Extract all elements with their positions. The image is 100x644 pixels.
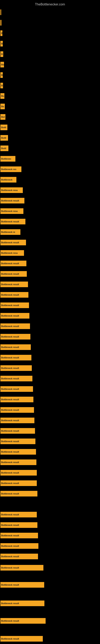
bar-row: Bottleneck result: [0, 196, 100, 206]
bar-row: Bottleneck: [0, 174, 100, 185]
bar-row: Bottleneck result: [0, 394, 100, 405]
bar-label-46: Bottleneck result: [1, 492, 19, 495]
site-title: TheBottlenecker.com: [0, 1, 100, 8]
bar-row: Bottleneck result: [0, 363, 100, 373]
bar-51: Bottleneck result: [0, 554, 38, 559]
bar-row: Bottleneck result: [0, 269, 100, 279]
bar-label-34: Bottleneck result: [1, 367, 19, 369]
bar-row: Bottleneck result: [0, 216, 100, 227]
bar-label-17: Bottleneck resu: [1, 189, 18, 192]
bar-label-56: Bottleneck result: [1, 638, 19, 640]
bar-54: Bottleneck result: [0, 600, 44, 606]
bar-33: Bottleneck result: [0, 355, 31, 360]
bar-label-39: Bottleneck result: [1, 419, 19, 422]
bar-label-51: Bottleneck result: [1, 555, 19, 558]
bar-label-27: Bottleneck result: [1, 294, 19, 296]
bar-row: B: [0, 70, 100, 80]
bar-row: Bottleneck result: [0, 342, 100, 352]
bar-12: Bottl: [0, 135, 8, 141]
bar-row: Bottleneck result: [0, 310, 100, 321]
bar-row: Bottleneck result: [0, 321, 100, 332]
bar-label-23: Bottleneck resu: [1, 252, 18, 254]
bar-label-54: Bottleneck result: [1, 602, 19, 604]
bar-label-44: Bottleneck result: [1, 472, 19, 474]
bar-label-24: Bottleneck result: [1, 262, 19, 265]
bar-label-50: Bottleneck result: [1, 545, 19, 547]
bar-label-31: Bottleneck result: [1, 336, 19, 338]
bar-row: Bottleneck result: [0, 478, 100, 488]
bar-row: Bottleneck result: [0, 509, 100, 520]
bar-label-42: Bottleneck result: [1, 450, 19, 453]
bar-row: Bottleneck result: [0, 551, 100, 562]
bar-row: B: [0, 49, 100, 59]
bar-row: Bottleneck result: [0, 530, 100, 541]
bar-label-18: Bottleneck result: [1, 200, 19, 202]
bar-label-5: Bo: [1, 64, 4, 66]
bar-label-35: Bottleneck result: [1, 377, 19, 380]
bar-5: Bo: [0, 62, 4, 68]
bar-8: Bo: [0, 93, 4, 99]
bar-label-14: Bottlenec: [1, 158, 11, 160]
bar-label-29: Bottleneck result: [1, 314, 19, 317]
bar-11: Bottl: [0, 124, 7, 130]
bar-label-2: B: [1, 32, 2, 34]
bar-label-20: Bottleneck result: [1, 220, 19, 223]
bar-18: Bottleneck result: [0, 198, 24, 204]
bar-row: Bottleneck result: [0, 405, 100, 415]
bar-2: B: [0, 30, 2, 36]
bar-row: Bottleneck resu: [0, 185, 100, 196]
bar-row: Bottleneck result: [0, 258, 100, 269]
bar-42: Bottleneck result: [0, 449, 36, 454]
bar-row: Bot: [0, 112, 100, 122]
bar-row: [0, 7, 100, 18]
bar-label-6: B: [1, 74, 3, 76]
bar-22: Bottleneck result: [0, 240, 26, 245]
bar-label-40: Bottleneck result: [1, 430, 19, 432]
bar-row: Bottleneck result: [0, 541, 100, 551]
bar-14: Bottlenec: [0, 156, 15, 162]
bar-label-22: Bottleneck result: [1, 241, 19, 244]
bar-label-8: Bo: [1, 95, 4, 97]
bar-32: Bottleneck result: [0, 344, 31, 350]
bar-21: Bottleneck re: [0, 229, 20, 235]
bar-row: Bottleneck resu: [0, 206, 100, 216]
bar-label-28: Bottleneck result: [1, 304, 19, 306]
bar-row: Bo: [0, 91, 100, 101]
bar-40: Bottleneck result: [0, 428, 35, 434]
bar-label-48: Bottleneck result: [1, 524, 19, 526]
bar-23: Bottleneck resu: [0, 250, 24, 256]
bar-7: B: [0, 83, 3, 88]
bar-52: Bottleneck result: [0, 565, 43, 570]
bar-46: Bottleneck result: [0, 491, 37, 496]
bar-label-26: Bottleneck result: [1, 283, 19, 286]
bar-label-11: Bottl: [1, 126, 6, 128]
bar-row: B: [0, 80, 100, 91]
bar-55: Bottleneck result: [0, 618, 46, 624]
bar-label-47: Bottleneck result: [1, 514, 19, 516]
bar-row: Bottleneck result: [0, 300, 100, 310]
bar-26: Bottleneck result: [0, 282, 28, 287]
bar-36: Bottleneck result: [0, 386, 33, 392]
bar-row: Bottleneck result: [0, 468, 100, 478]
bar-28: Bottleneck result: [0, 302, 29, 308]
bar-3: B: [0, 41, 3, 46]
bar-row: Bottleneck re: [0, 227, 100, 237]
bar-row: Bottlenec: [0, 154, 100, 164]
bar-label-15: Bottleneck res: [1, 168, 16, 170]
bar-row: B: [0, 28, 100, 38]
bar-47: Bottleneck result: [0, 512, 37, 518]
bar-row: Bottleneck result: [0, 634, 100, 644]
bar-label-4: B: [1, 53, 3, 55]
bar-29: Bottleneck result: [0, 313, 29, 318]
bar-50: Bottleneck result: [0, 543, 38, 549]
bar-row: Bottleneck result: [0, 457, 100, 468]
bar-row: Bottleneck result: [0, 436, 100, 446]
bar-row: Bottleneck result: [0, 426, 100, 436]
bar-44: Bottleneck result: [0, 470, 37, 476]
bar-row: Bottleneck result: [0, 332, 100, 342]
bar-row: Bottleneck result: [0, 290, 100, 300]
bar-39: Bottleneck result: [0, 418, 34, 423]
bar-13: Bottl: [0, 146, 8, 151]
bar-row: Bottleneck result: [0, 616, 100, 626]
bar-row: Bottleneck result: [0, 580, 100, 590]
